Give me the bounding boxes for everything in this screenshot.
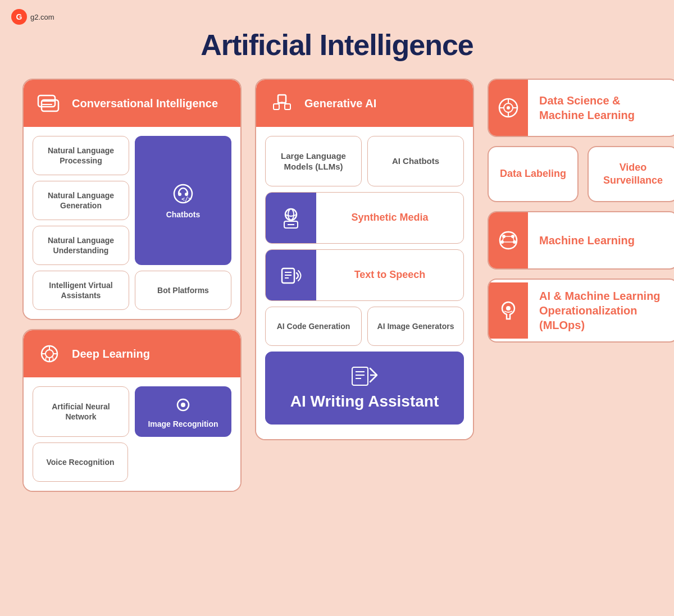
deep-learning-header: Deep Learning bbox=[24, 330, 240, 377]
nlg-item[interactable]: Natural Language Generation bbox=[33, 181, 129, 220]
svg-rect-16 bbox=[278, 95, 286, 103]
svg-rect-30 bbox=[352, 367, 368, 385]
generative-title: Generative AI bbox=[304, 97, 376, 110]
bot-platforms-item[interactable]: Bot Platforms bbox=[135, 271, 231, 310]
text-to-speech-text: Text to Speech bbox=[316, 263, 463, 287]
g2-circle-icon: G bbox=[11, 9, 27, 25]
ds-ml-card[interactable]: Data Science & Machine Learning bbox=[488, 79, 674, 137]
mlops-text: AI & Machine Learning Operationalization… bbox=[528, 280, 674, 341]
mlops-icon-block bbox=[489, 282, 528, 339]
conversational-header: Conversational Intelligence bbox=[24, 80, 240, 127]
middle-column: Generative AI Large Language Models (LLM… bbox=[255, 79, 474, 440]
svg-point-37 bbox=[507, 106, 510, 109]
deep-learning-title: Deep Learning bbox=[72, 347, 150, 361]
conversational-icon bbox=[35, 89, 64, 118]
text-to-speech-row[interactable]: Text to Speech bbox=[265, 249, 464, 301]
conversational-body: Natural Language Processing Natural Lang… bbox=[24, 127, 240, 319]
svg-text:</>: </> bbox=[181, 196, 192, 202]
deep-learning-body: Artificial Neural Network Image Recognit… bbox=[24, 377, 240, 491]
llm-chatbot-row: Large Language Models (LLMs) AI Chatbots bbox=[265, 136, 464, 186]
synthetic-media-row[interactable]: Synthetic Media bbox=[265, 192, 464, 244]
svg-rect-18 bbox=[285, 104, 290, 109]
machine-learning-text: Machine Learning bbox=[528, 224, 674, 257]
conversational-title: Conversational Intelligence bbox=[72, 97, 218, 110]
svg-point-50 bbox=[506, 306, 511, 311]
main-grid: Conversational Intelligence Natural Lang… bbox=[22, 79, 652, 492]
code-image-row: AI Code Generation AI Image Generators bbox=[265, 307, 464, 346]
voice-recognition-item[interactable]: Voice Recognition bbox=[33, 442, 128, 482]
g2-site-label: g2.com bbox=[30, 13, 54, 21]
left-column: Conversational Intelligence Natural Lang… bbox=[22, 79, 242, 492]
page-title: Artificial Intelligence bbox=[22, 11, 652, 79]
generative-body: Large Language Models (LLMs) AI Chatbots bbox=[256, 127, 473, 439]
label-surveillance-row: Data Labeling Video Surveillance bbox=[488, 146, 674, 202]
conversational-intelligence-card: Conversational Intelligence Natural Lang… bbox=[22, 79, 242, 320]
ann-item[interactable]: Artificial Neural Network bbox=[33, 386, 129, 437]
video-surveillance-card[interactable]: Video Surveillance bbox=[588, 146, 674, 202]
nlp-stack: Natural Language Processing Natural Lang… bbox=[33, 136, 129, 265]
voice-row: Voice Recognition bbox=[33, 442, 231, 482]
iva-bot-row: Intelligent Virtual Assistants Bot Platf… bbox=[33, 271, 231, 310]
deep-top-row: Artificial Neural Network Image Recognit… bbox=[33, 386, 231, 437]
data-labeling-card[interactable]: Data Labeling bbox=[488, 146, 579, 202]
generative-ai-card: Generative AI Large Language Models (LLM… bbox=[255, 79, 474, 440]
deep-learning-icon bbox=[35, 339, 64, 368]
svg-point-22 bbox=[285, 209, 297, 220]
llm-item[interactable]: Large Language Models (LLMs) bbox=[265, 136, 362, 186]
machine-learning-icon-block bbox=[489, 212, 528, 268]
ai-chatbots-item[interactable]: AI Chatbots bbox=[367, 136, 464, 186]
ds-ml-text: Data Science & Machine Learning bbox=[528, 84, 674, 131]
iva-item[interactable]: Intelligent Virtual Assistants bbox=[33, 271, 129, 310]
text-to-speech-icon bbox=[266, 250, 316, 300]
image-recognition-item[interactable]: Image Recognition bbox=[135, 386, 231, 437]
right-column: Data Science & Machine Learning Data Lab… bbox=[488, 79, 674, 343]
ai-writing-text: AI Writing Assistant bbox=[290, 392, 439, 411]
nlu-item[interactable]: Natural Language Understanding bbox=[33, 226, 129, 265]
chatbots-item[interactable]: </> Chatbots bbox=[135, 136, 231, 265]
mlops-card[interactable]: AI & Machine Learning Operationalization… bbox=[488, 279, 674, 343]
g2-logo: G g2.com bbox=[11, 9, 54, 25]
nlp-item[interactable]: Natural Language Processing bbox=[33, 136, 129, 175]
svg-point-15 bbox=[181, 403, 185, 407]
ai-code-item[interactable]: AI Code Generation bbox=[265, 307, 362, 346]
synthetic-media-text: Synthetic Media bbox=[316, 206, 463, 230]
ds-ml-icon-block bbox=[489, 80, 528, 136]
machine-learning-card[interactable]: Machine Learning bbox=[488, 211, 674, 270]
deep-learning-card: Deep Learning Artificial Neural Network … bbox=[22, 329, 242, 492]
svg-rect-17 bbox=[274, 104, 279, 109]
generative-icon bbox=[267, 89, 297, 118]
svg-point-23 bbox=[288, 209, 294, 220]
generative-header: Generative AI bbox=[256, 80, 473, 127]
ai-writing-item[interactable]: AI Writing Assistant bbox=[265, 352, 464, 425]
svg-point-21 bbox=[281, 102, 283, 104]
synthetic-media-icon bbox=[266, 193, 316, 243]
ai-image-item[interactable]: AI Image Generators bbox=[367, 307, 464, 346]
